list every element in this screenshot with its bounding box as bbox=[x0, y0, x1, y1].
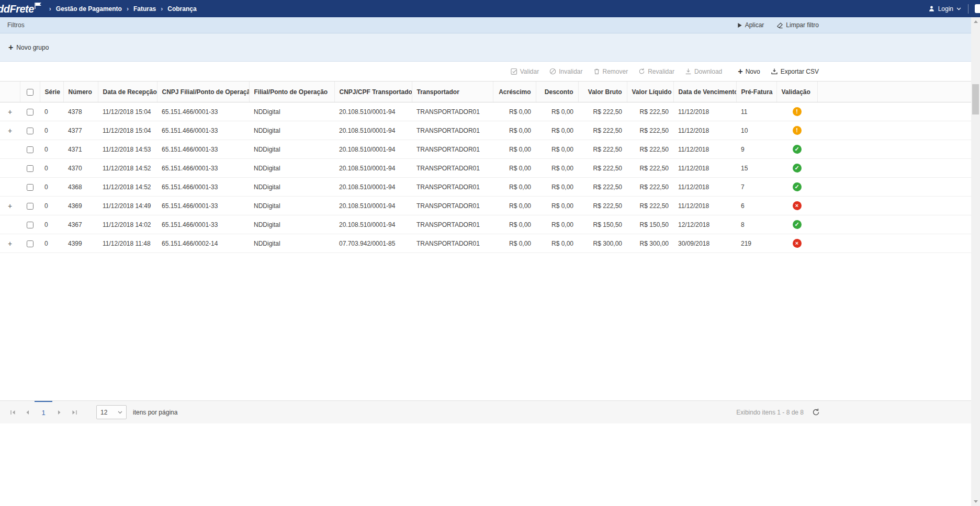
apply-filter-button[interactable]: Aplicar bbox=[737, 21, 764, 29]
row-checkbox-cell bbox=[20, 234, 40, 253]
col-data-vencimento[interactable]: Data de Vencimento bbox=[673, 82, 736, 102]
row-checkbox[interactable] bbox=[27, 222, 33, 228]
col-serie-label: Série bbox=[45, 88, 60, 96]
expand-row-toggle[interactable]: + bbox=[0, 102, 20, 121]
cell-valor-liquido: R$ 222,50 bbox=[627, 178, 673, 197]
cell-numero: 4370 bbox=[63, 159, 98, 178]
breadcrumb-item-faturas[interactable]: Faturas bbox=[133, 5, 156, 13]
cell-pre-fatura: 219 bbox=[736, 234, 776, 253]
cell-desconto: R$ 0,00 bbox=[536, 159, 578, 178]
clear-filter-button[interactable]: Limpar filtro bbox=[776, 21, 819, 29]
col-desconto[interactable]: Desconto bbox=[536, 82, 578, 102]
row-filler-cell bbox=[817, 178, 971, 197]
breadcrumb-item-gestao-de-pagamento[interactable]: Gestão de Pagamento bbox=[56, 5, 122, 13]
row-filler-cell bbox=[817, 140, 971, 159]
page-number-1[interactable]: 1 bbox=[35, 401, 52, 423]
cell-filial: NDDigital bbox=[249, 215, 334, 234]
table-body: +0437811/12/2018 15:0465.151.466/0001-33… bbox=[0, 102, 971, 253]
login-menu[interactable]: Login bbox=[921, 0, 968, 17]
cell-transportador: TRANSPORTADOR01 bbox=[412, 215, 493, 234]
col-transportador[interactable]: Transportador bbox=[412, 82, 493, 102]
row-checkbox[interactable] bbox=[27, 203, 33, 210]
col-numero[interactable]: Número bbox=[63, 82, 98, 102]
download-button[interactable]: Download bbox=[685, 68, 722, 75]
cell-acrescimo: R$ 0,00 bbox=[493, 197, 536, 215]
col-cnpj-filial[interactable]: CNPJ Filial/Ponto de Operação bbox=[157, 82, 249, 102]
remove-button[interactable]: Remover bbox=[593, 68, 628, 75]
col-filial[interactable]: Filial/Ponto de Operação bbox=[249, 82, 334, 102]
cell-numero: 4378 bbox=[63, 102, 98, 121]
table-row: +0437811/12/2018 15:0465.151.466/0001-33… bbox=[0, 102, 971, 121]
cell-valor-liquido: R$ 222,50 bbox=[627, 197, 673, 215]
scrollbar-down-arrow-icon[interactable] bbox=[971, 497, 980, 506]
flag-icon bbox=[35, 3, 42, 9]
validation-error-icon: × bbox=[793, 239, 802, 248]
first-page-button[interactable] bbox=[5, 405, 20, 420]
new-button[interactable]: + Novo bbox=[738, 68, 760, 75]
col-valor-liquido[interactable]: Valor Líquido bbox=[627, 82, 673, 102]
cell-acrescimo: R$ 0,00 bbox=[493, 178, 536, 197]
filter-group-bar: + Novo grupo bbox=[0, 33, 980, 62]
cell-valor-liquido: R$ 300,00 bbox=[627, 234, 673, 253]
validation-success-icon: ✓ bbox=[793, 145, 802, 154]
next-page-button[interactable] bbox=[52, 405, 67, 420]
expand-row-toggle[interactable]: + bbox=[0, 121, 20, 140]
cell-numero: 4368 bbox=[63, 178, 98, 197]
row-checkbox[interactable] bbox=[27, 128, 33, 134]
select-all-checkbox[interactable] bbox=[27, 89, 33, 96]
cell-acrescimo: R$ 0,00 bbox=[493, 234, 536, 253]
cell-cnpj-filial: 65.151.466/0001-33 bbox=[157, 140, 249, 159]
new-group-button[interactable]: + Novo grupo bbox=[8, 44, 49, 51]
apply-filter-label: Aplicar bbox=[745, 21, 764, 29]
row-checkbox[interactable] bbox=[27, 184, 33, 191]
row-checkbox[interactable] bbox=[27, 146, 33, 153]
col-pre-fatura[interactable]: Pré-Fatura bbox=[736, 82, 776, 102]
table-row: +0436911/12/2018 14:4965.151.466/0001-33… bbox=[0, 197, 971, 215]
export-csv-button[interactable]: Exportar CSV bbox=[771, 68, 819, 75]
download-label: Download bbox=[694, 68, 722, 75]
cell-desconto: R$ 0,00 bbox=[536, 178, 578, 197]
breadcrumb-item-cobranca[interactable]: Cobrança bbox=[167, 5, 196, 13]
cell-cnpj-filial: 65.151.466/0001-33 bbox=[157, 159, 249, 178]
expand-row-toggle[interactable]: + bbox=[0, 234, 20, 253]
cell-numero: 4371 bbox=[63, 140, 98, 159]
cell-data-vencimento: 30/09/2018 bbox=[673, 234, 736, 253]
scrollbar-up-arrow-icon[interactable] bbox=[971, 17, 980, 26]
top-bar: ddFrete › Gestão de Pagamento › Faturas … bbox=[0, 0, 980, 17]
cell-valor-bruto: R$ 222,50 bbox=[578, 140, 627, 159]
cell-numero: 4377 bbox=[63, 121, 98, 140]
last-page-button[interactable] bbox=[67, 405, 82, 420]
col-desconto-label: Desconto bbox=[545, 88, 573, 96]
row-checkbox[interactable] bbox=[27, 165, 33, 172]
app-logo[interactable]: ddFrete bbox=[0, 1, 42, 17]
cell-transportador: TRANSPORTADOR01 bbox=[412, 178, 493, 197]
validation-warning-icon: ! bbox=[793, 126, 802, 135]
expand-row-toggle[interactable]: + bbox=[0, 197, 20, 215]
cell-cnpj-filial: 65.151.466/0001-33 bbox=[157, 197, 249, 215]
cell-valor-bruto: R$ 222,50 bbox=[578, 102, 627, 121]
validate-button[interactable]: Validar bbox=[511, 68, 539, 75]
invalidate-button[interactable]: Invalidar bbox=[549, 68, 582, 75]
page-size-select[interactable]: 12 bbox=[96, 405, 127, 419]
cell-valor-bruto: R$ 222,50 bbox=[578, 159, 627, 178]
download-icon bbox=[685, 68, 692, 75]
row-checkbox[interactable] bbox=[27, 109, 33, 116]
row-checkbox-cell bbox=[20, 159, 40, 178]
cell-filial: NDDigital bbox=[249, 121, 334, 140]
col-validacao[interactable]: Validação bbox=[776, 82, 817, 102]
cell-pre-fatura: 7 bbox=[736, 178, 776, 197]
scrollbar-thumb[interactable] bbox=[972, 84, 979, 114]
revalidate-button[interactable]: Revalidar bbox=[638, 68, 674, 75]
grid-empty-area bbox=[0, 253, 980, 400]
vertical-scrollbar[interactable] bbox=[971, 17, 980, 506]
apps-icon[interactable] bbox=[975, 4, 980, 13]
col-acrescimo[interactable]: Acréscimo bbox=[493, 82, 536, 102]
row-checkbox[interactable] bbox=[27, 240, 33, 247]
col-cnpj-transportador[interactable]: CNPJ/CPF Transportador bbox=[334, 82, 412, 102]
col-serie[interactable]: Série bbox=[40, 82, 63, 102]
refresh-grid-button[interactable] bbox=[812, 408, 820, 416]
col-data-recepcao[interactable]: Data de Recepção↓ bbox=[98, 82, 157, 102]
previous-page-button[interactable] bbox=[20, 405, 35, 420]
col-valor-bruto[interactable]: Valor Bruto bbox=[578, 82, 627, 102]
cell-cnpj-filial: 65.151.466/0001-33 bbox=[157, 215, 249, 234]
